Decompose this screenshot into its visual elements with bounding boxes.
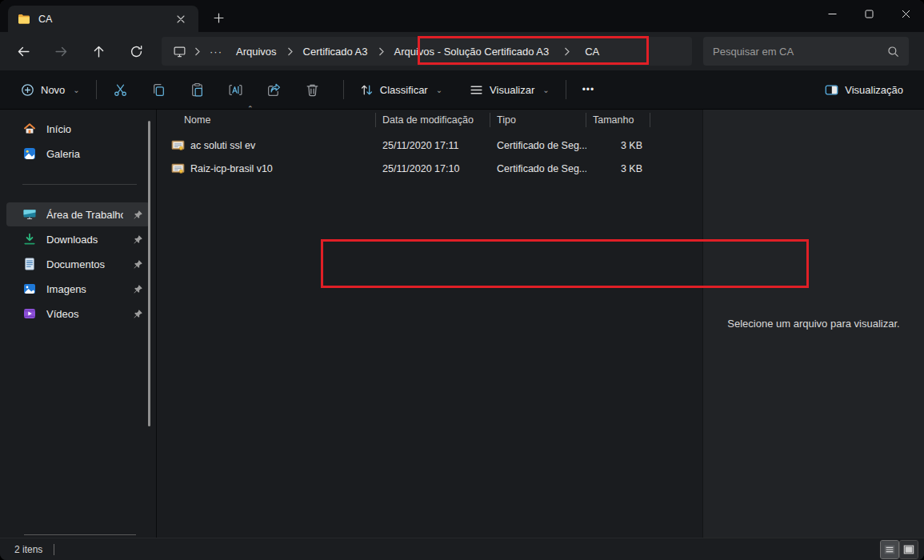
maximize-button[interactable] (850, 0, 887, 27)
search-box[interactable] (703, 37, 909, 66)
new-tab-button[interactable] (208, 7, 229, 28)
view-button[interactable]: Visualizar ⌄ (462, 78, 558, 102)
explorer-tab[interactable]: CA (8, 6, 198, 32)
sidebar-item-label: Downloads (46, 234, 123, 246)
file-name: Raiz-icp-brasil v10 (190, 163, 273, 174)
tab-close-icon[interactable] (173, 11, 189, 27)
large-icons-view-button[interactable] (900, 541, 918, 558)
sidebar-item-label: Início (46, 123, 143, 135)
up-button[interactable] (85, 38, 112, 65)
file-row-raiz-icp-brasil[interactable]: Raiz-icp-brasil v10 25/11/2020 17:10 Cer… (157, 157, 702, 180)
sidebar-item-downloads[interactable]: Downloads (6, 227, 150, 251)
pin-icon (133, 284, 143, 294)
file-name: ac soluti ssl ev (190, 140, 255, 151)
pin-icon (133, 210, 143, 220)
split-pane-icon (825, 83, 838, 97)
home-icon (22, 122, 37, 136)
preview-toggle-label: Visualização (845, 84, 903, 96)
preview-pane: Selecione um arquivo para visualizar. (702, 110, 924, 538)
breadcrumb-item-arquivos-solucao[interactable]: Arquivos - Solução Certificado A3 (387, 42, 557, 61)
sidebar-item-label: Área de Trabalho (46, 209, 123, 221)
file-size: 3 KB (586, 140, 650, 151)
sidebar-item-label: Vídeos (46, 308, 123, 320)
minimize-button[interactable] (814, 0, 850, 27)
sort-ascending-icon: ⌃ (247, 105, 254, 113)
new-button[interactable]: Novo ⌄ (13, 78, 88, 102)
paste-button[interactable] (182, 76, 214, 103)
sidebar-item-label: Imagens (46, 283, 123, 295)
sidebar-item-label: Galeria (46, 148, 143, 160)
sidebar-item-label: Documentos (46, 258, 123, 270)
breadcrumb-chevron-icon (375, 47, 387, 56)
file-list-area: ⌃ Nome Data de modificação Tipo Tamanho … (157, 110, 702, 538)
sidebar-item-inicio[interactable]: Início (6, 117, 150, 141)
toolbar-separator (96, 80, 97, 99)
preview-toggle-button[interactable]: Visualização (817, 78, 911, 102)
statusbar-divider (54, 544, 54, 555)
file-modified-date: 25/11/2020 17:10 (376, 163, 490, 174)
search-icon[interactable] (887, 46, 899, 58)
copy-button[interactable] (143, 76, 175, 103)
pin-icon (133, 309, 143, 319)
sidebar-scrollbar[interactable] (148, 121, 150, 426)
ellipsis-icon: ••• (582, 84, 595, 95)
address-bar[interactable]: ··· Arquivos Certificado A3 Arquivos - S… (162, 37, 692, 66)
column-header-data-modificacao[interactable]: Data de modificação (376, 113, 490, 127)
sidebar-item-videos[interactable]: Vídeos (6, 302, 150, 326)
sidebar-item-documentos[interactable]: Documentos (6, 252, 150, 276)
delete-button[interactable] (297, 76, 329, 103)
sidebar-item-area-de-trabalho[interactable]: Área de Trabalho (6, 202, 150, 226)
refresh-button[interactable] (122, 38, 150, 65)
circle-plus-icon (21, 83, 34, 97)
share-button[interactable] (258, 76, 290, 103)
column-header-nome[interactable]: Nome (157, 113, 376, 127)
breadcrumb-item-arquivos[interactable]: Arquivos (229, 42, 284, 61)
file-size: 3 KB (586, 163, 650, 174)
main-area: Início Galeria Área de Trabalho (0, 110, 924, 538)
sort-button[interactable]: Classificar ⌄ (352, 78, 450, 102)
items-count: 2 itens (14, 544, 42, 555)
certificate-icon (171, 162, 185, 175)
rename-button[interactable] (220, 76, 252, 103)
cut-button[interactable] (105, 76, 137, 103)
breadcrumb-overflow[interactable]: ··· (203, 46, 229, 58)
sidebar-item-imagens[interactable]: Imagens (6, 277, 150, 301)
toolbar-separator (343, 80, 344, 99)
sort-button-label: Classificar (380, 84, 428, 96)
new-button-label: Novo (41, 84, 65, 96)
gallery-icon (22, 146, 37, 161)
navigation-bar: ··· Arquivos Certificado A3 Arquivos - S… (0, 32, 924, 70)
videos-icon (22, 306, 37, 321)
chevron-down-icon: ⌄ (436, 86, 442, 94)
view-button-label: Visualizar (490, 84, 534, 96)
breadcrumb-chevron-icon (556, 47, 578, 56)
this-pc-icon[interactable] (168, 45, 191, 58)
search-input[interactable] (713, 46, 887, 58)
chevron-down-icon: ⌄ (73, 86, 79, 94)
file-row-ac-soluti[interactable]: ac soluti ssl ev 25/11/2020 17:11 Certif… (157, 134, 702, 157)
breadcrumb-item-ca[interactable]: CA (578, 42, 606, 61)
close-button[interactable] (887, 0, 924, 27)
toolbar-separator (566, 80, 566, 99)
pin-icon (133, 259, 143, 270)
sort-arrows-icon (360, 83, 374, 97)
forward-button[interactable] (47, 38, 74, 65)
back-button[interactable] (10, 38, 37, 65)
file-modified-date: 25/11/2020 17:11 (376, 140, 490, 151)
tab-title: CA (38, 14, 165, 25)
file-type: Certificado de Seg... (490, 163, 586, 174)
sidebar-item-galeria[interactable]: Galeria (6, 142, 150, 166)
file-rows: ac soluti ssl ev 25/11/2020 17:11 Certif… (157, 130, 702, 180)
details-view-button[interactable] (881, 541, 898, 558)
sidebar-divider (22, 184, 137, 185)
column-header-tamanho[interactable]: Tamanho (586, 113, 650, 127)
sidebar: Início Galeria Área de Trabalho (0, 110, 157, 538)
sidebar-bottom-divider (24, 534, 136, 535)
certificate-icon (171, 138, 185, 152)
column-header-tipo[interactable]: Tipo (490, 113, 586, 127)
more-options-button[interactable]: ••• (574, 79, 603, 100)
breadcrumb-chevron-icon (284, 47, 296, 56)
titlebar: CA (0, 0, 924, 32)
breadcrumb-chevron-icon (191, 47, 203, 56)
breadcrumb-item-certificado-a3[interactable]: Certificado A3 (296, 42, 375, 61)
